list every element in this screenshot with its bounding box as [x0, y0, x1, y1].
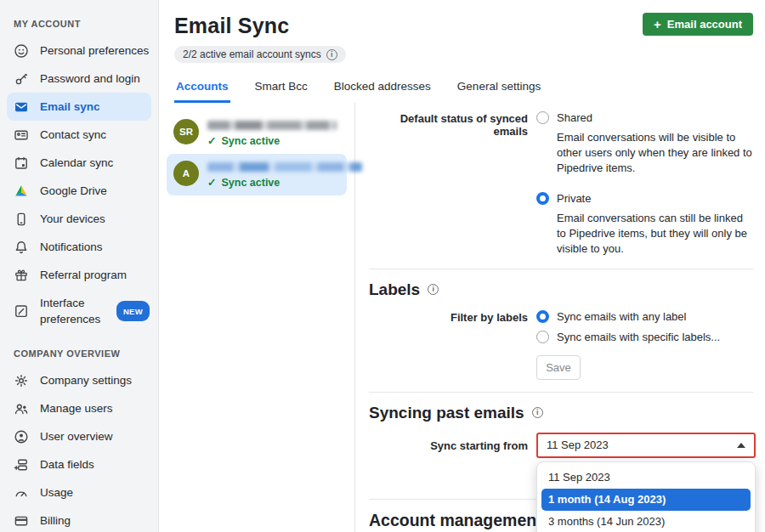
sidebar-item-label: Interface preferences — [40, 295, 103, 327]
info-icon[interactable]: i — [532, 407, 543, 418]
radio-specific-labels[interactable]: Sync emails with specific labels... — [536, 331, 753, 343]
sidebar-item-company-settings[interactable]: Company settings — [0, 366, 158, 394]
sidebar-item-billing[interactable]: Billing — [0, 507, 158, 532]
email-account-item[interactable]: SR ✓ Sync active — [167, 112, 347, 154]
gauge-icon — [14, 485, 29, 501]
caret-up-icon — [737, 443, 745, 448]
tab-smart-bcc[interactable]: Smart Bcc — [253, 73, 309, 103]
settings-sidebar: MY ACCOUNT Personal preferences Password… — [0, 0, 159, 532]
labels-heading: Labels — [369, 280, 420, 299]
sidebar-item-your-devices[interactable]: Your devices — [0, 205, 158, 233]
menu-item[interactable]: 3 months (14 Jun 2023) — [541, 511, 751, 532]
envelope-icon — [14, 99, 29, 115]
private-description: Email conversations can still be linked … — [557, 211, 753, 257]
sidebar-item-label: Your devices — [40, 211, 105, 227]
sidebar-item-user-overview[interactable]: User overview — [0, 422, 158, 450]
face-icon — [14, 43, 29, 59]
contact-card-icon — [14, 127, 29, 143]
google-drive-icon — [14, 184, 29, 199]
sidebar-item-email-sync[interactable]: Email sync — [7, 93, 151, 121]
sidebar-item-label: Referral program — [40, 267, 127, 283]
sidebar-item-label: Contact sync — [40, 127, 106, 143]
sidebar-item-referral-program[interactable]: Referral program — [0, 261, 158, 289]
check-icon: ✓ — [207, 134, 216, 147]
key-icon — [14, 71, 29, 87]
sidebar-item-label: User overview — [40, 428, 113, 444]
sidebar-item-label: Notifications — [40, 239, 103, 255]
info-icon[interactable]: i — [428, 284, 439, 295]
account-settings-panel: Default status of synced emails Shared E… — [354, 103, 765, 532]
email-account-item-selected[interactable]: A ✓ Sync active — [167, 154, 347, 195]
gear-icon — [14, 373, 29, 388]
radio-circle-any-label[interactable] — [536, 310, 549, 323]
shared-description: Email conversations will be visible to o… — [557, 130, 753, 176]
save-button[interactable]: Save — [536, 355, 581, 380]
filter-by-labels-label: Filter by labels — [369, 310, 528, 380]
email-sync-tabs: Accounts Smart Bcc Blocked addresses Gen… — [159, 73, 765, 103]
pencil-square-icon — [14, 303, 29, 319]
users-icon — [14, 401, 29, 416]
add-email-account-button[interactable]: + Email account — [643, 13, 753, 36]
new-badge: NEW — [116, 301, 150, 321]
radio-circle-private[interactable] — [536, 192, 549, 205]
radio-shared-label: Shared — [557, 111, 592, 124]
radio-any-label[interactable]: Sync emails with any label — [536, 310, 753, 323]
info-icon[interactable]: i — [326, 49, 337, 60]
sidebar-item-usage[interactable]: Usage — [0, 478, 158, 507]
plus-icon: + — [654, 19, 661, 30]
sidebar-item-contact-sync[interactable]: Contact sync — [0, 121, 158, 149]
select-value: 11 Sep 2023 — [547, 439, 609, 451]
sidebar-item-label: Data fields — [40, 456, 94, 473]
sidebar-item-label: Usage — [40, 484, 73, 501]
redacted-email-address — [207, 162, 362, 172]
sidebar-item-password-login[interactable]: Password and login — [0, 65, 158, 93]
sidebar-section-company-overview: COMPANY OVERVIEW — [0, 340, 158, 366]
avatar: SR — [173, 119, 199, 144]
radio-circle-shared[interactable] — [536, 111, 549, 124]
data-fields-icon — [14, 457, 29, 473]
sidebar-item-notifications[interactable]: Notifications — [0, 233, 158, 261]
radio-private-label: Private — [557, 192, 591, 205]
sync-status-text: Sync active — [221, 177, 280, 189]
radio-shared[interactable]: Shared — [536, 111, 753, 124]
sidebar-item-calendar-sync[interactable]: Calendar sync — [0, 149, 158, 177]
sidebar-item-manage-users[interactable]: Manage users — [0, 394, 158, 422]
email-accounts-list: SR ✓ Sync active A ✓ Sync active — [159, 103, 354, 532]
user-circle-icon — [14, 429, 29, 444]
add-email-account-label: Email account — [667, 18, 742, 31]
credit-card-icon — [14, 513, 29, 529]
sidebar-section-my-account: MY ACCOUNT — [0, 10, 158, 37]
radio-circle-specific-labels[interactable] — [536, 331, 549, 343]
menu-item-highlighted[interactable]: 1 month (14 Aug 2023) — [541, 489, 751, 511]
sidebar-item-google-drive[interactable]: Google Drive — [0, 177, 158, 205]
sidebar-item-label: Email sync — [40, 99, 100, 115]
syncing-past-emails-section: Syncing past emails i Sync starting from… — [369, 393, 753, 530]
radio-any-label-text: Sync emails with any label — [557, 310, 686, 323]
sidebar-item-label: Personal preferences — [40, 42, 149, 59]
sidebar-item-label: Password and login — [40, 71, 140, 87]
tab-accounts[interactable]: Accounts — [174, 73, 230, 103]
bell-icon — [14, 240, 29, 255]
sync-starting-from-select[interactable]: 11 Sep 2023 — [536, 433, 756, 458]
menu-item[interactable]: 11 Sep 2023 — [541, 467, 751, 489]
sidebar-item-data-fields[interactable]: Data fields — [0, 450, 158, 478]
radio-private[interactable]: Private — [536, 192, 753, 205]
default-status-section: Default status of synced emails Shared E… — [369, 103, 753, 269]
sidebar-item-personal-preferences[interactable]: Personal preferences — [0, 37, 158, 65]
gift-icon — [14, 268, 29, 283]
labels-section: Labels i Filter by labels Sync emails wi… — [369, 269, 753, 393]
active-syncs-text: 2/2 active email account syncs — [183, 48, 321, 60]
sync-starting-from-menu: 11 Sep 2023 1 month (14 Aug 2023) 3 mont… — [536, 461, 756, 532]
sidebar-item-label: Company settings — [40, 372, 132, 388]
redacted-email-address — [207, 121, 337, 130]
tab-blocked-addresses[interactable]: Blocked addresses — [332, 73, 433, 103]
sidebar-item-interface-preferences[interactable]: Interface preferences NEW — [0, 289, 158, 333]
email-sync-page: + Email account Email Sync 2/2 active em… — [159, 0, 765, 532]
tab-general-settings[interactable]: General settings — [456, 73, 542, 103]
active-syncs-badge: 2/2 active email account syncs i — [174, 46, 346, 63]
check-icon: ✓ — [207, 176, 216, 189]
default-status-label: Default status of synced emails — [369, 111, 528, 257]
sidebar-item-label: Calendar sync — [40, 155, 113, 171]
sync-status-text: Sync active — [221, 135, 280, 147]
sidebar-item-label: Google Drive — [40, 183, 107, 199]
